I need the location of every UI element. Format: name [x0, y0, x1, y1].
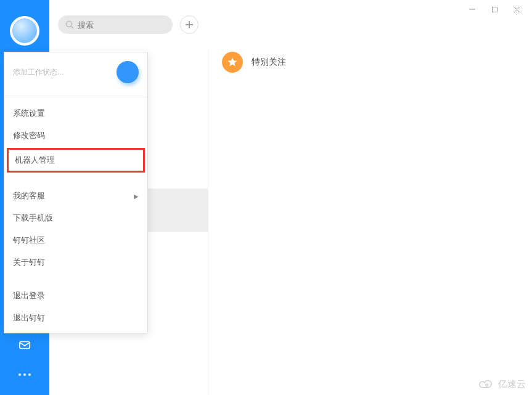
- window-controls: [468, 0, 532, 18]
- menu-label: 退出钉钉: [13, 312, 45, 324]
- add-button[interactable]: [180, 15, 198, 34]
- watermark-text: 亿速云: [498, 378, 526, 390]
- menu-about[interactable]: 关于钉钉: [4, 251, 147, 274]
- menu-label: 退出登录: [13, 290, 45, 301]
- menu-logout[interactable]: 退出登录: [4, 285, 147, 307]
- mail-icon[interactable]: [18, 338, 31, 352]
- star-icon: [222, 52, 243, 73]
- status-row[interactable]: 添加工作状态...: [4, 52, 147, 94]
- menu-my-service[interactable]: 我的客服 ▶: [4, 185, 147, 207]
- svg-rect-1: [492, 7, 497, 12]
- more-icon[interactable]: [18, 368, 31, 381]
- avatar-image: [12, 18, 37, 43]
- header-bar: [49, 0, 208, 49]
- menu-label: 关于钉钉: [13, 257, 45, 268]
- status-placeholder: 添加工作状态...: [13, 67, 63, 78]
- divider: [4, 97, 147, 97]
- svg-line-6: [72, 26, 74, 29]
- avatar[interactable]: [10, 16, 39, 46]
- menu-community[interactable]: 钉钉社区: [4, 229, 147, 251]
- close-button[interactable]: [512, 5, 521, 14]
- watermark-icon: [477, 379, 494, 390]
- menu-label: 修改密码: [13, 130, 45, 141]
- search-input[interactable]: [78, 20, 165, 30]
- maximize-button[interactable]: [490, 5, 499, 14]
- search-input-wrap[interactable]: [58, 15, 173, 34]
- profile-dropdown-menu: 添加工作状态... 系统设置 修改密码 机器人管理 我的客服 ▶ 下载手机版 钉…: [4, 52, 148, 333]
- menu-label: 钉钉社区: [13, 235, 45, 246]
- menu-change-password[interactable]: 修改密码: [4, 124, 147, 147]
- chevron-right-icon: ▶: [134, 193, 139, 200]
- favorites-row[interactable]: 特别关注: [222, 52, 286, 73]
- menu-quit[interactable]: 退出钉钉: [4, 307, 147, 329]
- favorites-label: 特别关注: [252, 57, 286, 68]
- main-panel: 特别关注: [208, 0, 532, 395]
- minimize-button[interactable]: [468, 5, 477, 14]
- search-icon: [65, 20, 74, 29]
- menu-system-settings[interactable]: 系统设置: [4, 102, 147, 124]
- menu-label: 机器人管理: [15, 155, 55, 166]
- status-avatar-icon: [117, 61, 139, 83]
- menu-label: 我的客服: [13, 190, 45, 202]
- svg-point-9: [486, 384, 488, 386]
- svg-point-5: [67, 22, 72, 27]
- menu-label: 下载手机版: [13, 213, 53, 224]
- menu-label: 系统设置: [13, 108, 45, 119]
- menu-robot-management[interactable]: 机器人管理: [7, 148, 145, 173]
- menu-download-mobile[interactable]: 下载手机版: [4, 207, 147, 229]
- watermark: 亿速云: [477, 378, 526, 390]
